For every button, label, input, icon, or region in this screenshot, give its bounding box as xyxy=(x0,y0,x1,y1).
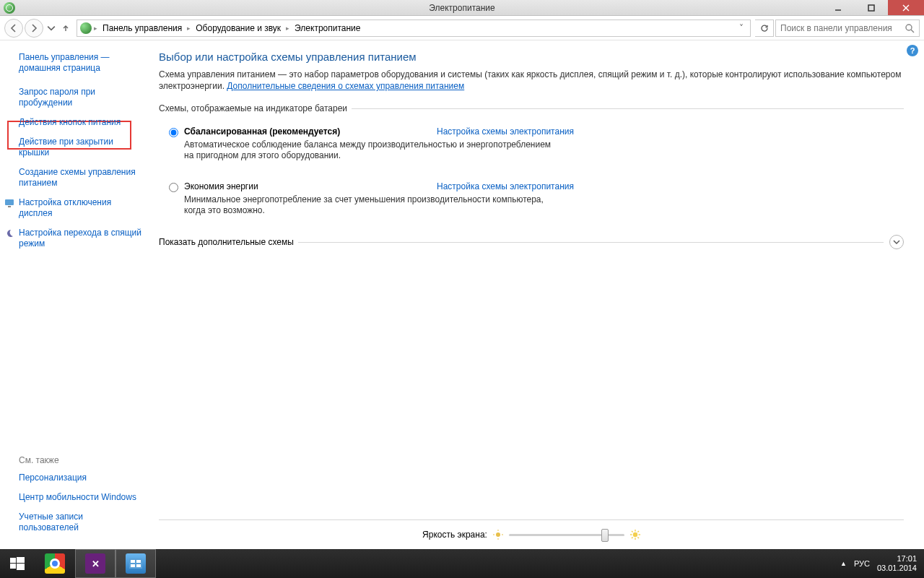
see-also-accounts[interactable]: Учетные записи пользователей xyxy=(19,512,83,532)
svg-rect-1 xyxy=(868,5,874,11)
show-more-plans-row: Показать дополнительные схемы xyxy=(159,235,904,249)
plan-name: Сбалансированная (рекомендуется) xyxy=(184,126,437,137)
page-title: Выбор или настройка схемы управления пит… xyxy=(159,51,904,63)
plans-fieldset: Схемы, отображаемые на индикаторе батаре… xyxy=(159,103,904,219)
sidebar-link-display-off[interactable]: Настройка отключения дисплея xyxy=(19,197,111,218)
sidebar-link-create-plan[interactable]: Создание схемы управления питанием xyxy=(19,167,136,188)
svg-line-18 xyxy=(632,531,633,532)
sidebar-home-link[interactable]: Панель управления — домашняя страница xyxy=(19,52,110,73)
main-panel: ? Выбор или настройка схемы управления п… xyxy=(152,40,924,549)
language-indicator[interactable]: РУС xyxy=(854,559,870,568)
search-input[interactable] xyxy=(780,23,905,33)
search-icon xyxy=(905,23,915,33)
window-title: Электропитание xyxy=(429,3,494,13)
minimize-button[interactable] xyxy=(821,0,855,15)
brightness-slider[interactable] xyxy=(509,527,624,542)
svg-rect-23 xyxy=(17,557,25,563)
expand-button[interactable] xyxy=(889,235,904,249)
maximize-button[interactable] xyxy=(855,0,888,15)
svg-rect-22 xyxy=(10,558,16,563)
taskbar-controlpanel[interactable] xyxy=(116,549,156,578)
window-titlebar: Электропитание xyxy=(0,0,924,16)
plans-legend: Схемы, отображаемые на индикаторе батаре… xyxy=(159,103,352,113)
recent-dropdown[interactable] xyxy=(45,19,58,38)
svg-point-4 xyxy=(906,25,912,30)
show-more-label: Показать дополнительные схемы xyxy=(159,237,298,247)
power-icon xyxy=(80,22,92,34)
address-bar[interactable]: ▸ Панель управления ▸ Оборудование и зву… xyxy=(77,20,751,37)
tray-overflow-icon[interactable]: ▲ xyxy=(840,560,847,567)
breadcrumb-root[interactable]: Панель управления xyxy=(100,23,185,33)
chrome-icon xyxy=(45,553,65,574)
divider xyxy=(298,242,884,243)
plan-powersaver: Экономия энергии Настройка схемы электро… xyxy=(169,181,904,216)
svg-rect-7 xyxy=(8,206,11,207)
nav-bar: ▸ Панель управления ▸ Оборудование и зву… xyxy=(0,16,924,40)
clock[interactable]: 17:01 03.01.2014 xyxy=(877,554,917,573)
plan-settings-link[interactable]: Настройка схемы электропитания xyxy=(437,126,574,137)
forward-button[interactable] xyxy=(25,19,43,38)
plan-settings-link[interactable]: Настройка схемы электропитания xyxy=(437,181,574,191)
learn-more-link[interactable]: Дополнительные сведения о схемах управле… xyxy=(227,81,464,91)
chevron-right-icon[interactable]: ▸ xyxy=(187,25,191,32)
svg-rect-27 xyxy=(131,560,135,563)
help-icon[interactable]: ? xyxy=(907,45,918,56)
sun-bright-icon xyxy=(630,530,640,540)
refresh-button[interactable] xyxy=(755,20,774,37)
sleep-icon xyxy=(4,228,14,238)
visualstudio-icon: ✕ xyxy=(85,553,105,574)
see-also-personalization[interactable]: Персонализация xyxy=(19,473,87,483)
taskbar: ✕ ▲ РУС 17:01 03.01.2014 xyxy=(0,549,924,578)
svg-rect-30 xyxy=(136,564,141,567)
svg-rect-6 xyxy=(5,199,14,205)
plan-radio-powersaver[interactable] xyxy=(169,183,178,192)
chevron-right-icon[interactable]: ▸ xyxy=(286,25,289,32)
breadcrumb-mid[interactable]: Оборудование и звук xyxy=(193,23,284,33)
system-tray: ▲ РУС 17:01 03.01.2014 xyxy=(840,554,924,573)
clock-date: 03.01.2014 xyxy=(877,564,917,573)
brightness-footer: Яркость экрана: xyxy=(159,519,904,542)
sidebar-link-sleep[interactable]: Настройка перехода в спящий режим xyxy=(19,228,141,249)
plan-name: Экономия энергии xyxy=(184,181,437,191)
plan-desc: Минимальное энергопотребление за счет ум… xyxy=(184,194,559,216)
svg-rect-29 xyxy=(131,564,135,567)
svg-line-5 xyxy=(911,30,914,33)
sun-dim-icon xyxy=(493,530,503,540)
svg-point-8 xyxy=(496,532,500,537)
svg-rect-25 xyxy=(17,564,25,570)
see-also-section: См. также Персонализация Центр мобильнос… xyxy=(19,441,143,542)
svg-rect-24 xyxy=(10,564,16,569)
brightness-label: Яркость экрана: xyxy=(422,530,487,540)
start-button[interactable] xyxy=(0,549,35,578)
app-icon xyxy=(4,2,15,14)
svg-rect-28 xyxy=(136,560,141,563)
close-button[interactable] xyxy=(888,0,924,15)
display-off-icon xyxy=(4,198,14,208)
controlpanel-icon xyxy=(126,553,146,574)
see-also-header: См. также xyxy=(19,455,143,465)
taskbar-visualstudio[interactable]: ✕ xyxy=(75,549,116,578)
sidebar: Панель управления — домашняя страница За… xyxy=(0,40,152,549)
see-also-mobility[interactable]: Центр мобильности Windows xyxy=(19,492,136,502)
sidebar-link-powerbtn[interactable]: Действия кнопок питания xyxy=(19,117,121,127)
plan-radio-balanced[interactable] xyxy=(169,128,178,137)
up-button[interactable] xyxy=(59,19,72,38)
chevron-right-icon[interactable]: ▸ xyxy=(94,25,97,32)
svg-line-19 xyxy=(637,537,639,538)
clock-time: 17:01 xyxy=(877,554,917,564)
sidebar-link-password[interactable]: Запрос пароля при пробуждении xyxy=(19,87,95,108)
svg-line-21 xyxy=(632,537,633,538)
search-box[interactable] xyxy=(775,20,920,37)
page-description: Схема управления питанием — это набор па… xyxy=(159,69,904,92)
address-dropdown[interactable]: ˅ xyxy=(736,23,747,33)
svg-point-13 xyxy=(633,532,637,537)
sidebar-link-lid[interactable]: Действие при закрытии крышки xyxy=(19,137,113,158)
taskbar-chrome[interactable] xyxy=(35,549,75,578)
back-button[interactable] xyxy=(4,19,23,38)
svg-line-20 xyxy=(637,531,639,532)
plan-desc: Автоматическое соблюдение баланса между … xyxy=(184,139,559,161)
breadcrumb-leaf[interactable]: Электропитание xyxy=(292,23,363,33)
plan-balanced: Сбалансированная (рекомендуется) Настрой… xyxy=(169,126,904,161)
